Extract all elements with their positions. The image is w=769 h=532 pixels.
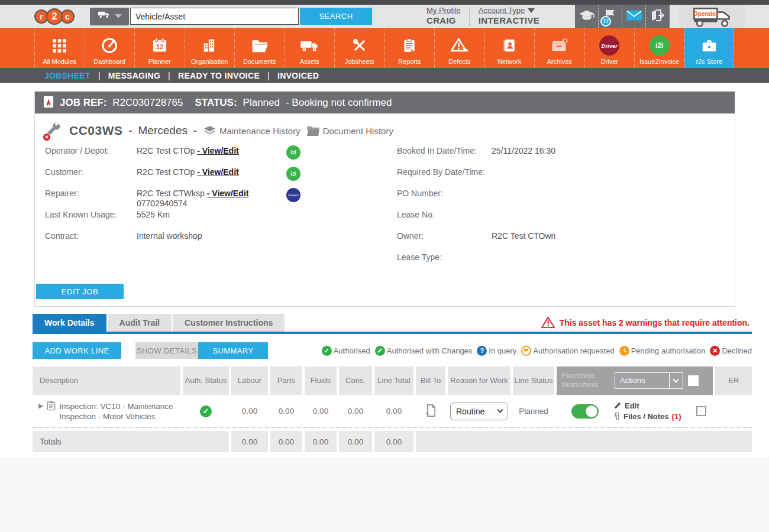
field-operator-depot: Operator / Depot: R2C Test CTOp - View/E… bbox=[45, 145, 397, 167]
warning-wrench-icon bbox=[451, 34, 468, 57]
auth-status-legend: ✓ Authorised Authorised with Changes ? I… bbox=[322, 346, 752, 356]
nav-item-all-modules[interactable]: All Modules bbox=[34, 28, 85, 68]
bill-to-cell bbox=[416, 404, 445, 419]
i2i-badge[interactable]: i2i bbox=[286, 167, 301, 181]
nav-item-documents[interactable]: Documents bbox=[234, 28, 285, 68]
worksheet-actions-cell: Edit Files / Notes (1) bbox=[557, 401, 713, 421]
reason-cell: Routine bbox=[448, 403, 510, 420]
view-edit-link[interactable]: - View/Edit bbox=[207, 189, 249, 198]
legend-label: In query bbox=[489, 346, 516, 355]
expand-row-arrow[interactable]: ▶ bbox=[38, 401, 43, 410]
notifications-button[interactable]: 77 bbox=[599, 5, 622, 28]
nav-label: All Modules bbox=[43, 58, 76, 65]
worksheet-toggle-on[interactable] bbox=[571, 404, 599, 419]
tab-audit-trail[interactable]: Audit Trail bbox=[108, 314, 172, 332]
inspect-badge[interactable]: Inspect bbox=[286, 188, 301, 202]
field-value: 5525 Km bbox=[137, 209, 285, 220]
status-label: STATUS: bbox=[195, 97, 237, 109]
edit-job-button[interactable]: EDIT JOB bbox=[36, 284, 124, 299]
asset-warning-text: This asset has 2 warnings that require a… bbox=[560, 318, 749, 327]
nav-item-reports[interactable]: Reports bbox=[384, 28, 435, 68]
repairer-phone: 07702940574 bbox=[137, 199, 285, 209]
nav-label: Assets bbox=[300, 58, 319, 65]
field-value: R2C Test CTOp - View/Edit bbox=[137, 167, 285, 177]
pdf-icon[interactable] bbox=[43, 95, 54, 111]
actions-dropdown[interactable]: Actions bbox=[615, 372, 683, 389]
subnav-item-messaging[interactable]: MESSAGING bbox=[108, 71, 160, 80]
field-customer: Customer: R2C Test CTOp - View/Edit i2i bbox=[45, 167, 397, 188]
legend-authorisation-requested: Authorisation requested bbox=[521, 346, 614, 356]
subnav-item-jobsheet[interactable]: JOBSHEET bbox=[44, 71, 91, 80]
field-label: Lease No. bbox=[397, 209, 492, 220]
legend-label: Pending authorisation bbox=[631, 346, 706, 355]
nav-item-r2c-store[interactable]: r2c Store bbox=[684, 28, 735, 68]
nav-item-planner[interactable]: 12 Planner bbox=[134, 28, 185, 68]
reason-for-work-dropdown[interactable]: Routine bbox=[450, 403, 508, 420]
i2i-badge[interactable]: i2i bbox=[286, 145, 301, 160]
wrench-icon: ✕ bbox=[44, 121, 63, 140]
my-profile-link[interactable]: My Profile bbox=[426, 6, 461, 15]
field-required-by: Required By Date/Time: bbox=[397, 167, 639, 188]
grid-icon bbox=[51, 34, 67, 57]
field-last-known-usage: Last Known Usage: 5525 Km bbox=[45, 209, 397, 231]
view-edit-link[interactable]: - View/Edit bbox=[197, 167, 239, 177]
top-strip bbox=[0, 0, 769, 5]
tab-customer-instructions[interactable]: Customer Instructions bbox=[173, 314, 285, 332]
bill-to-doc-icon[interactable] bbox=[425, 404, 437, 419]
edit-line-link[interactable]: Edit bbox=[613, 401, 689, 410]
col-line-status: Line Status bbox=[513, 366, 554, 395]
profile-area: My Profile CRAIG Account Type INTERACTIV… bbox=[426, 6, 539, 27]
vehicle-summary: ✕ CC03WS - Mercedes - Maintenance Histor… bbox=[44, 121, 735, 141]
nav-label: Archives bbox=[547, 58, 572, 65]
search-button[interactable]: SEARCH bbox=[300, 8, 372, 25]
messages-button[interactable] bbox=[622, 5, 646, 28]
work-line-description-cell: ▶ Inspection: VC10 - Maintenance Inspect… bbox=[33, 401, 180, 421]
tab-work-details[interactable]: Work Details bbox=[33, 314, 106, 332]
training-button[interactable] bbox=[575, 5, 599, 28]
separator: - bbox=[129, 125, 133, 137]
layers-icon bbox=[203, 125, 217, 137]
field-value bbox=[492, 188, 639, 189]
subnav-item-ready-to-invoice[interactable]: READY TO INVOICE bbox=[178, 71, 260, 80]
field-po-number: PO Number: bbox=[397, 188, 639, 209]
row-checkbox[interactable] bbox=[696, 406, 706, 416]
work-toolbar: ADD WORK LINE SHOW DETAILS SUMMARY ✓ Aut… bbox=[33, 342, 752, 359]
envelope-icon bbox=[626, 9, 642, 24]
nav-item-organisation[interactable]: Organisation bbox=[185, 28, 235, 68]
tabs-row: Work Details Audit Trail Customer Instru… bbox=[33, 314, 752, 334]
totals-parts: 0.00 bbox=[270, 431, 302, 452]
select-all-checkbox[interactable] bbox=[688, 375, 699, 386]
legend-declined: ✕ Declined bbox=[710, 346, 752, 356]
legend-authorised: ✓ Authorised bbox=[322, 346, 370, 356]
nav-item-archives[interactable]: Archives bbox=[534, 28, 584, 68]
separator: | bbox=[168, 71, 170, 80]
files-notes-link[interactable]: Files / Notes (1) bbox=[613, 412, 689, 421]
show-details-button[interactable]: SHOW DETAILS bbox=[135, 342, 198, 359]
view-edit-link[interactable]: - View/Edit bbox=[197, 146, 239, 155]
maintenance-history-link[interactable]: Maintenance History bbox=[203, 125, 301, 137]
job-ref-label: JOB REF: bbox=[60, 97, 106, 109]
col-auth-status: Auth. Status bbox=[183, 366, 229, 395]
logout-button[interactable] bbox=[646, 5, 670, 28]
asset-type-selector[interactable] bbox=[90, 8, 129, 25]
summary-button[interactable]: SUMMARY bbox=[198, 342, 268, 359]
nav-item-assets[interactable]: Assets bbox=[285, 28, 335, 68]
account-type-link[interactable]: Account Type bbox=[479, 6, 535, 15]
nav-item-jobsheets[interactable]: Jobsheets bbox=[334, 28, 384, 68]
add-work-line-button[interactable]: ADD WORK LINE bbox=[33, 342, 121, 359]
nav-item-issue2invoice[interactable]: i2i Issue2Invoice bbox=[634, 28, 684, 68]
search-input[interactable] bbox=[130, 8, 299, 25]
operator-role-badge[interactable]: Operator bbox=[679, 5, 745, 28]
subnav-item-invoiced[interactable]: INVOICED bbox=[277, 71, 319, 80]
nav-item-network[interactable]: Network bbox=[484, 28, 535, 68]
field-value bbox=[492, 167, 639, 167]
nav-item-driver[interactable]: Driver Driver bbox=[584, 28, 635, 68]
col-line-total: Line Total bbox=[374, 366, 413, 395]
nav-item-dashboard[interactable]: Dashboard bbox=[85, 28, 135, 68]
nav-item-defects[interactable]: Defects bbox=[434, 28, 484, 68]
field-label: Last Known Usage: bbox=[45, 209, 137, 220]
document-history-link[interactable]: Document History bbox=[306, 125, 393, 137]
operator-truck-icon: Operator bbox=[684, 5, 741, 28]
field-value: R2C Test CTWksp - View/Edit 07702940574 bbox=[137, 188, 285, 209]
nav-label: Dashboard bbox=[93, 58, 125, 65]
